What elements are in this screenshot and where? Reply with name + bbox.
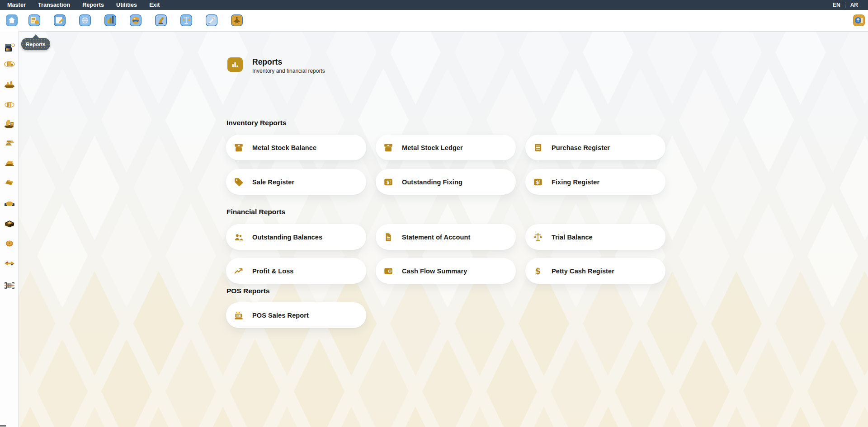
dollar-icon: $ <box>533 266 543 276</box>
card-statement-of-account[interactable]: Statement of Account <box>376 224 516 250</box>
gold-collection-icon[interactable] <box>4 118 15 130</box>
inventory-row-1: Metal Stock Balance Metal Stock Ledger P… <box>226 135 665 160</box>
card-label: Metal Stock Ledger <box>402 144 463 151</box>
gold-bars-icon[interactable] <box>4 137 15 149</box>
gold-bar-stack-icon[interactable] <box>4 158 15 170</box>
receipt-icon <box>533 143 543 153</box>
svg-text:$: $ <box>535 266 541 276</box>
trend-up-icon <box>234 266 244 276</box>
transfer-arrows-icon[interactable] <box>4 258 15 269</box>
scales-icon <box>533 232 543 242</box>
menu-item-reports[interactable]: Reports <box>82 2 104 8</box>
card-label: Petty Cash Register <box>552 267 614 275</box>
logout-icon[interactable] <box>853 14 865 27</box>
menu-bar: Master Transaction Reports Utilities Exi… <box>0 0 868 10</box>
menu-items: Master Transaction Reports Utilities Exi… <box>0 2 160 8</box>
home-icon[interactable] <box>5 14 18 27</box>
archive-box-icon <box>234 143 244 153</box>
gold-ingot-icon[interactable] <box>4 176 15 188</box>
people-icon <box>234 232 244 242</box>
barcode-icon[interactable] <box>4 280 15 291</box>
language-switcher: EN AR <box>833 0 858 10</box>
card-label: Sale Register <box>252 178 294 186</box>
entry-pad-icon[interactable] <box>53 14 66 27</box>
card-label: POS Sales Report <box>252 312 309 319</box>
menu-item-transaction[interactable]: Transaction <box>38 2 70 8</box>
tooltip-text: Reports <box>26 42 45 47</box>
svg-text:$: $ <box>536 179 539 184</box>
menu-item-utilities[interactable]: Utilities <box>116 2 137 8</box>
jewellery-pile-icon[interactable] <box>4 78 15 90</box>
bar-chart-icon <box>227 57 243 72</box>
eagle-icon[interactable] <box>231 14 243 27</box>
menu-item-exit[interactable]: Exit <box>149 2 160 8</box>
pen-icon[interactable] <box>205 14 218 27</box>
card-label: Profit & Loss <box>252 267 294 275</box>
pos-terminal-icon[interactable] <box>4 42 15 54</box>
sidebar-divider <box>18 10 19 427</box>
globe-icon[interactable] <box>79 14 91 27</box>
archive-box-icon <box>383 143 393 153</box>
page-subtitle: Inventory and financial reports <box>252 68 325 74</box>
tag-icon <box>234 177 244 187</box>
gold-bangles-icon[interactable] <box>4 99 15 111</box>
toolbar-divider <box>19 31 868 32</box>
financial-row-2: Profit & Loss Cash Flow Summary $ Petty … <box>226 258 665 284</box>
language-ar-button[interactable]: AR <box>850 2 858 8</box>
section-heading-pos: POS Reports <box>226 287 270 295</box>
main-content: Reports Inventory and financial reports … <box>19 32 868 427</box>
card-metal-stock-balance[interactable]: Metal Stock Balance <box>226 135 366 160</box>
pos-row-1: POS Sales Report <box>226 302 366 328</box>
window-edge-nub <box>0 425 6 427</box>
card-metal-stock-ledger[interactable]: Metal Stock Ledger <box>376 135 516 160</box>
card-label: Cash Flow Summary <box>402 267 467 275</box>
scales-icon[interactable] <box>180 14 193 27</box>
card-cash-flow-summary[interactable]: Cash Flow Summary <box>376 258 516 284</box>
stock-chart-icon[interactable] <box>104 14 117 27</box>
cash-flow-icon <box>383 266 393 276</box>
card-label: Metal Stock Balance <box>252 144 316 151</box>
cash-register-icon <box>234 310 244 320</box>
gold-weighing-icon[interactable] <box>4 197 15 209</box>
card-label: Purchase Register <box>552 144 610 151</box>
language-en-button[interactable]: EN <box>833 2 840 8</box>
svg-text:$: $ <box>386 179 389 184</box>
ledger-icon[interactable] <box>28 14 41 27</box>
trade-globe-icon[interactable] <box>129 14 142 27</box>
card-petty-cash-register[interactable]: $ Petty Cash Register <box>525 258 665 284</box>
card-sale-register[interactable]: Sale Register <box>226 169 366 195</box>
section-heading-financial: Financial Reports <box>226 208 285 216</box>
toolbar <box>0 10 868 32</box>
page-title: Reports <box>252 57 325 66</box>
knight-icon[interactable] <box>155 14 167 27</box>
card-label: Fixing Register <box>552 178 599 186</box>
card-label: Statement of Account <box>402 234 470 241</box>
menu-item-master[interactable]: Master <box>7 2 26 8</box>
reports-tooltip: Reports <box>21 38 50 50</box>
card-outstanding-fixing[interactable]: $ Outstanding Fixing <box>376 169 516 195</box>
card-pos-sales-report[interactable]: POS Sales Report <box>226 302 366 328</box>
gold-coin-icon[interactable] <box>4 238 15 249</box>
tooltip-caret <box>32 34 39 38</box>
card-profit-and-loss[interactable]: Profit & Loss <box>226 258 366 284</box>
fixing-receipt-icon: $ <box>383 177 393 187</box>
gold-coins-icon[interactable] <box>4 58 15 70</box>
card-label: Outstanding Balances <box>252 234 322 241</box>
financial-row-1: Outstanding Balances Statement of Accoun… <box>226 224 665 250</box>
jewellery-box-icon[interactable] <box>4 217 15 229</box>
card-trial-balance[interactable]: Trial Balance <box>525 224 665 250</box>
sidebar <box>0 32 18 427</box>
card-label: Outstanding Fixing <box>402 178 462 186</box>
card-fixing-register[interactable]: $ Fixing Register <box>525 169 665 195</box>
document-icon <box>383 232 393 242</box>
card-outstanding-balances[interactable]: Outstanding Balances <box>226 224 366 250</box>
language-separator <box>845 2 846 8</box>
page-header: Reports Inventory and financial reports <box>227 57 325 74</box>
fixing-receipt-icon: $ <box>533 177 543 187</box>
inventory-row-2: Sale Register $ Outstanding Fixing $ Fix… <box>226 169 665 195</box>
card-label: Trial Balance <box>552 234 593 241</box>
card-purchase-register[interactable]: Purchase Register <box>525 135 665 160</box>
application-window: Master Transaction Reports Utilities Exi… <box>0 0 868 427</box>
section-heading-inventory: Inventory Reports <box>226 119 287 127</box>
